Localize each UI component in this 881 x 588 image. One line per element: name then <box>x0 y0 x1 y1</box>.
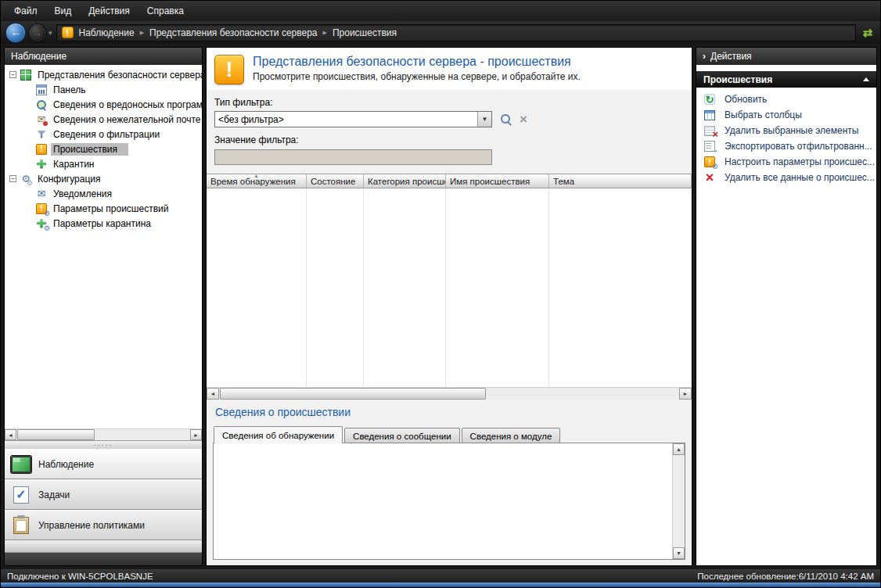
column-header-state[interactable]: Состояние <box>307 174 364 188</box>
nav-button-label: Управление политиками <box>38 520 145 531</box>
column-label: Имя происшествия <box>450 177 530 186</box>
pane-splitter[interactable] <box>5 440 202 449</box>
actions-pane: Действия Происшествия Обновить Выбрать с… <box>696 47 877 566</box>
history-dropdown-icon[interactable] <box>49 29 52 37</box>
scrollbar-thumb[interactable] <box>17 429 95 440</box>
collapse-toggle-icon[interactable] <box>9 175 16 182</box>
tab-detection-details[interactable]: Сведения об обнаружении <box>214 426 343 443</box>
quarantine-settings-icon <box>36 218 47 229</box>
refresh-icon <box>704 94 715 105</box>
dashboard-icon <box>36 84 47 95</box>
breadcrumb-monitoring[interactable]: Наблюдение <box>79 27 135 38</box>
filter-type-label: Тип фильтра: <box>214 97 692 108</box>
policy-icon <box>13 517 29 534</box>
tree-item-quarantine-settings[interactable]: Параметры карантина <box>5 216 202 231</box>
scroll-right-icon[interactable]: ► <box>679 388 692 400</box>
tree-item-label: Конфигурация <box>35 173 103 185</box>
grid-body-empty <box>207 188 692 387</box>
nav-button-policy-management[interactable]: Управление политиками <box>5 510 202 540</box>
tab-message-details[interactable]: Сведения о сообщении <box>344 428 460 443</box>
scrollbar-track <box>219 388 679 400</box>
details-title: Сведения о происшествии <box>213 406 685 418</box>
actions-section-incidents[interactable]: Происшествия <box>696 71 876 88</box>
warning-icon <box>214 55 244 84</box>
column-header-incident-name[interactable]: Имя происшествия <box>446 174 549 188</box>
nav-button-tasks[interactable]: Задачи <box>5 479 202 510</box>
results-header: Представления безопасности сервера - про… <box>207 48 692 90</box>
navigation-pane-header: Наблюдение <box>5 48 202 65</box>
chevron-right-icon[interactable] <box>703 51 706 62</box>
tree-item-label: Сведения о вредоносных программах <box>51 99 202 111</box>
action-delete-all-incident-data[interactable]: Удалить все данные о происшес... <box>696 170 876 185</box>
scrollbar-thumb[interactable] <box>220 388 486 400</box>
details-text[interactable] <box>214 443 672 559</box>
filter-area: Тип фильтра: <без фильтра> Значение филь… <box>207 90 692 165</box>
tree-item-malware-details[interactable]: Сведения о вредоносных программах <box>5 97 202 112</box>
tree-item-quarantine[interactable]: Карантин <box>5 156 202 171</box>
menu-help[interactable]: Справка <box>138 2 192 20</box>
grid-column <box>549 188 692 387</box>
combobox-dropdown-icon[interactable] <box>477 112 491 127</box>
tree-horizontal-scrollbar: ◄ ► <box>5 428 202 440</box>
scroll-right-icon[interactable]: ► <box>190 429 202 440</box>
tree-item-incidents[interactable]: Происшествия <box>5 142 202 156</box>
column-header-detection-time[interactable]: Время обнаружения <box>207 174 307 188</box>
actions-section-label: Происшествия <box>703 74 772 85</box>
tree-item-label: Параметры происшествий <box>51 203 171 215</box>
forward-button[interactable] <box>29 24 46 41</box>
tree-item-label: Параметры карантина <box>51 217 153 230</box>
tree-item-spam-details[interactable]: Сведения о нежелательной почте <box>5 112 202 127</box>
tree-item-label: Панель <box>51 84 88 96</box>
connection-status: Подключено к WIN-5CPOLBASNJE <box>7 572 153 581</box>
tree-item-label: Сведения о нежелательной почте <box>51 113 202 126</box>
nav-button-monitoring[interactable]: Наблюдение <box>5 449 202 479</box>
monitor-icon <box>11 456 31 473</box>
tree-item-notifications[interactable]: Уведомления <box>5 186 202 201</box>
tab-engine-details[interactable]: Сведения о модуле <box>462 428 561 443</box>
column-header-subject[interactable]: Тема <box>549 174 692 188</box>
tree-item-dashboard[interactable]: Панель <box>5 82 202 97</box>
collapse-toggle-icon[interactable] <box>9 71 16 78</box>
nav-button-label: Наблюдение <box>38 459 94 470</box>
menu-file[interactable]: Файл <box>5 2 46 20</box>
notifications-icon <box>36 188 47 199</box>
scroll-left-icon[interactable]: ◄ <box>5 429 16 440</box>
tree-item-filtering-details[interactable]: Сведения о фильтрации <box>5 127 202 142</box>
action-refresh[interactable]: Обновить <box>696 91 876 107</box>
sort-ascending-icon <box>254 174 259 178</box>
grid-column <box>364 188 446 387</box>
delete-all-icon <box>704 172 715 183</box>
scroll-left-icon[interactable]: ◄ <box>207 388 219 400</box>
tree-item-configuration[interactable]: Конфигурация <box>5 171 202 186</box>
server-views-icon <box>20 70 31 81</box>
column-header-incident-category[interactable]: Категория происше... <box>364 174 446 188</box>
breadcrumb-server-security-views[interactable]: Представления безопасности сервера <box>149 27 318 38</box>
quarantine-icon <box>36 159 47 170</box>
scroll-down-icon[interactable]: ▼ <box>673 547 685 559</box>
menu-actions[interactable]: Действия <box>80 2 138 20</box>
scroll-up-icon[interactable]: ▲ <box>673 443 685 455</box>
apply-filter-search-icon[interactable] <box>500 113 512 125</box>
filter-type-value: <без фильтра> <box>215 114 477 125</box>
malware-icon <box>36 99 47 110</box>
grid-header: Время обнаружения Состояние Категория пр… <box>207 174 692 188</box>
action-delete-selected[interactable]: Удалить выбранные элементы <box>696 123 876 138</box>
grid-column <box>307 188 364 387</box>
tree-item-incident-settings[interactable]: Параметры происшествий <box>5 201 202 216</box>
clear-filter-icon[interactable] <box>520 113 527 125</box>
action-configure-incident-settings[interactable]: Настроить параметры происшес... <box>696 154 876 170</box>
filter-type-combobox[interactable]: <без фильтра> <box>214 111 492 127</box>
menu-view[interactable]: Вид <box>46 2 81 20</box>
refresh-icon[interactable] <box>860 26 875 40</box>
last-update-status: Последнее обновление:6/11/2010 4:42 AM <box>697 572 874 581</box>
back-button[interactable] <box>6 23 25 42</box>
breadcrumb-incidents[interactable]: Происшествия <box>333 27 397 38</box>
action-choose-columns[interactable]: Выбрать столбцы <box>696 107 876 123</box>
chevron-up-icon[interactable] <box>863 77 869 81</box>
filter-value-label: Значение фильтра: <box>214 134 692 145</box>
nav-pane-footer <box>5 540 202 553</box>
actions-list: Обновить Выбрать столбцы Удалить выбранн… <box>696 88 876 565</box>
tree-item-server-security-views[interactable]: Представления безопасности сервера <box>5 67 202 82</box>
action-export-filtered[interactable]: Экспортировать отфильтрованн... <box>696 138 876 154</box>
tree-item-label: Карантин <box>51 158 96 170</box>
